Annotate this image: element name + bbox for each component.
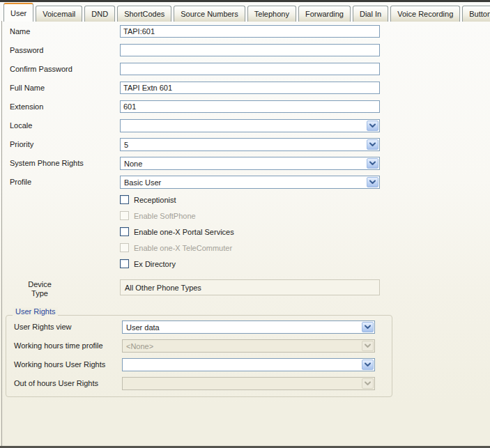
full-name-label: Full Name — [10, 84, 45, 92]
device-type-value: All Other Phone Types — [120, 279, 380, 295]
user-rights-view-label: User Rights view — [14, 323, 72, 331]
enable-onex-portal-checkbox[interactable] — [120, 227, 129, 236]
tab-button-programming[interactable]: Button Programming — [462, 6, 490, 22]
receptionist-checkbox-row: Receptionist — [120, 194, 176, 205]
enable-softphone-label: Enable SoftPhone — [134, 212, 196, 220]
name-label: Name — [10, 27, 30, 36]
profile-select[interactable]: Basic User — [120, 176, 380, 189]
enable-softphone-checkbox-row: Enable SoftPhone — [120, 210, 196, 221]
device-type-label: Device Type — [20, 280, 60, 298]
system-phone-rights-row: System Phone Rights None — [0, 157, 490, 171]
ex-directory-checkbox-row: Ex Directory — [120, 258, 176, 269]
priority-select[interactable]: 5 — [120, 138, 380, 151]
priority-label: Priority — [10, 140, 33, 148]
extension-row: Extension — [0, 100, 490, 114]
confirm-password-row: Confirm Password — [0, 63, 490, 77]
profile-row: Profile Basic User — [0, 176, 490, 190]
enable-onex-telecommuter-label: Enable one-X TeleCommuter — [134, 244, 232, 252]
locale-select[interactable] — [120, 119, 380, 132]
system-phone-rights-label: System Phone Rights — [10, 159, 84, 167]
chevron-down-icon — [367, 158, 378, 169]
chevron-down-icon — [362, 378, 374, 389]
full-name-input[interactable] — [120, 82, 380, 94]
ex-directory-label: Ex Directory — [134, 260, 176, 268]
tab-shortcodes[interactable]: ShortCodes — [117, 6, 171, 22]
user-settings-panel: User Voicemail DND ShortCodes Source Num… — [0, 0, 490, 448]
ex-directory-checkbox[interactable] — [120, 259, 129, 268]
enable-onex-portal-checkbox-row: Enable one-X Portal Services — [120, 226, 234, 237]
password-label: Password — [10, 46, 43, 54]
password-row: Password — [0, 44, 490, 58]
out-of-hours-user-rights-select — [122, 377, 375, 390]
extension-label: Extension — [10, 102, 43, 111]
password-input[interactable] — [120, 44, 380, 56]
chevron-down-icon — [367, 121, 378, 131]
confirm-password-label: Confirm Password — [10, 65, 72, 73]
name-row: Name — [0, 25, 490, 39]
settings-tab-bar: User Voicemail DND ShortCodes Source Num… — [2, 2, 490, 22]
tab-dial-in[interactable]: Dial In — [353, 6, 388, 22]
tab-forwarding[interactable]: Forwarding — [298, 6, 351, 22]
out-of-hours-user-rights-row: Out of hours User Rights — [0, 377, 490, 391]
working-hours-user-rights-label: Working hours User Rights — [14, 360, 105, 369]
receptionist-checkbox[interactable] — [120, 195, 129, 204]
system-phone-rights-select[interactable]: None — [120, 157, 380, 170]
tab-source-numbers[interactable]: Source Numbers — [174, 6, 245, 22]
enable-softphone-checkbox — [120, 211, 129, 220]
priority-row: Priority 5 — [0, 138, 490, 152]
working-hours-user-rights-select[interactable] — [122, 358, 375, 371]
name-input[interactable] — [120, 25, 380, 38]
tab-user[interactable]: User — [3, 3, 33, 22]
user-rights-view-row: User Rights view User data — [0, 320, 490, 334]
confirm-password-input[interactable] — [120, 63, 380, 75]
working-hours-time-profile-select: <None> — [122, 339, 375, 353]
chevron-down-icon — [367, 139, 378, 150]
out-of-hours-user-rights-label: Out of hours User Rights — [14, 379, 98, 387]
profile-label: Profile — [10, 178, 31, 186]
working-hours-user-rights-row: Working hours User Rights — [0, 358, 490, 372]
enable-onex-telecommuter-checkbox-row: Enable one-X TeleCommuter — [120, 242, 232, 253]
enable-onex-portal-label: Enable one-X Portal Services — [134, 228, 234, 236]
extension-input[interactable] — [120, 100, 380, 113]
receptionist-label: Receptionist — [134, 196, 176, 204]
user-rights-group-title: User Rights — [13, 307, 58, 316]
tab-voicemail[interactable]: Voicemail — [36, 6, 82, 22]
chevron-down-icon — [362, 322, 374, 332]
full-name-row: Full Name — [0, 82, 490, 95]
tab-telephony[interactable]: Telephony — [247, 6, 296, 22]
enable-onex-telecommuter-checkbox — [120, 243, 129, 252]
locale-row: Locale — [0, 119, 490, 133]
working-hours-time-profile-label: Working hours time profile — [14, 341, 103, 350]
working-hours-time-profile-row: Working hours time profile <None> — [0, 339, 490, 353]
user-rights-view-select[interactable]: User data — [122, 320, 375, 334]
chevron-down-icon — [367, 177, 378, 187]
chevron-down-icon — [362, 360, 374, 370]
locale-label: Locale — [10, 121, 32, 130]
tab-dnd[interactable]: DND — [84, 6, 115, 22]
tab-voice-recording[interactable]: Voice Recording — [390, 6, 460, 22]
chevron-down-icon — [362, 341, 374, 351]
